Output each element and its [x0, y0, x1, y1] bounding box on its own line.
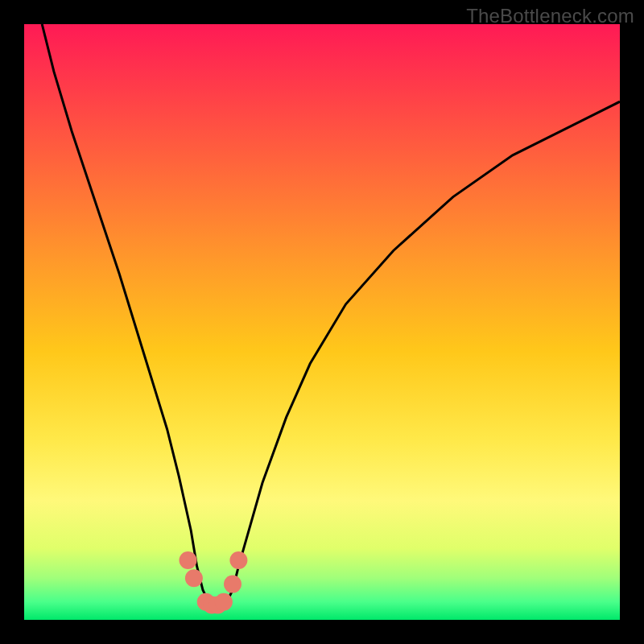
watermark-text: TheBottleneck.com	[466, 5, 634, 27]
bottleneck-curve-path	[42, 24, 620, 608]
accent-dot	[224, 576, 242, 593]
accent-dot	[229, 551, 247, 569]
accent-dot	[185, 569, 203, 587]
chart-svg	[24, 24, 620, 620]
accent-dot	[215, 593, 233, 611]
accent-dot	[180, 551, 197, 569]
accent-dots-group	[180, 551, 248, 614]
